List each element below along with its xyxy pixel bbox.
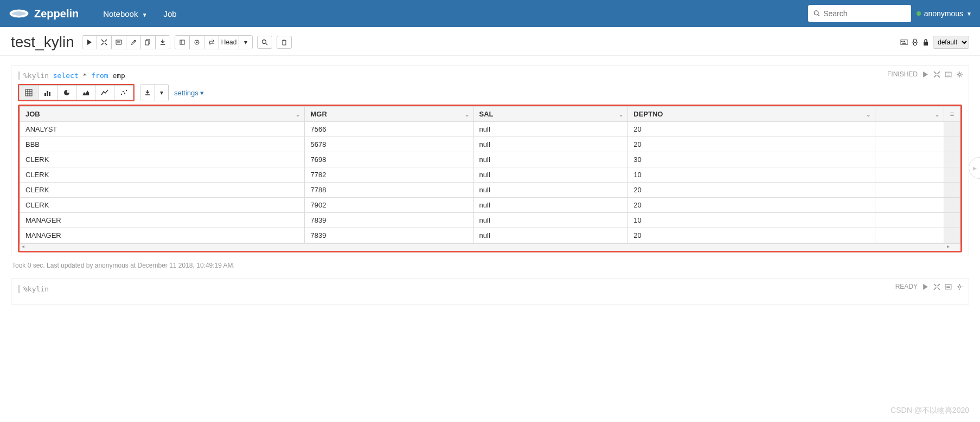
table-cell: null [473,152,628,167]
scroll-gutter[interactable] [944,213,960,228]
scroll-gutter[interactable] [944,167,960,183]
nav-notebook[interactable]: Notebook ▼ [95,9,155,18]
run-paragraph-icon[interactable] [922,283,929,290]
scroll-gutter[interactable] [944,152,960,167]
scroll-gutter[interactable] [944,137,960,152]
table-cell: MANAGER [20,228,305,243]
download-caret-button[interactable]: ▾ [155,85,168,101]
table-cell: null [473,167,628,183]
search-input[interactable] [823,9,906,18]
commit-button[interactable] [190,36,204,49]
hide-editor-icon[interactable] [933,283,940,290]
mode-select[interactable]: default [933,36,969,49]
hide-output-button[interactable] [112,36,126,49]
svg-line-3 [818,15,819,16]
note-toolbar: test_kylin Head ▾ default [0,27,980,56]
version-button[interactable] [175,36,190,49]
compare-button[interactable] [204,36,219,49]
result-table-wrap: JOB⌄MGR⌄SAL⌄DEPTNO⌄⌄≡ ANALYST7566null20B… [18,105,962,252]
column-header[interactable]: MGR⌄ [305,107,473,122]
svg-point-27 [126,90,127,91]
paragraph-settings-icon[interactable] [956,283,963,290]
table-cell: 7902 [305,198,473,213]
column-header[interactable]: JOB⌄ [20,107,305,122]
paragraph-settings-icon[interactable] [956,71,963,78]
run-all-button[interactable] [82,36,97,49]
paragraph-2-code[interactable]: %kylin [18,285,962,293]
table-cell: null [473,213,628,228]
search-code-button[interactable] [257,36,272,49]
table-cell: null [473,228,628,243]
hide-editor-icon[interactable] [933,71,940,78]
table-cell [875,167,944,183]
brand-logo[interactable]: Zeppelin [8,7,79,20]
horizontal-scrollbar[interactable] [20,243,960,251]
user-menu[interactable]: anonymous ▼ [917,9,972,18]
note-action-group-2: Head ▾ [175,35,253,49]
table-cell: null [473,183,628,198]
scroll-gutter[interactable] [944,198,960,213]
table-cell: CLERK [20,198,305,213]
svg-rect-6 [180,40,184,44]
search-box[interactable] [808,5,911,22]
paragraph-2-status-bar: READY [895,283,963,290]
table-cell: 5678 [305,137,473,152]
trash-button[interactable] [277,36,292,49]
paragraph-1-status-bar: FINISHED [887,70,963,78]
download-button[interactable] [140,85,155,101]
table-cell: ANALYST [20,122,305,137]
side-expand-tab[interactable]: ▸ [969,157,980,179]
interpreter-binding-icon[interactable] [911,38,919,46]
table-row: CLERK7782null10 [20,167,960,183]
svg-point-18 [958,73,960,75]
export-note-button[interactable] [156,36,170,49]
viz-bar-button[interactable] [39,85,57,100]
scroll-gutter[interactable] [944,122,960,137]
table-cell: 20 [628,122,875,137]
paragraph-1: FINISHED %kylin select * from emp ▾ sett… [11,66,969,256]
paragraph-1-status: FINISHED [887,70,918,78]
hide-result-icon[interactable] [945,71,952,78]
settings-link[interactable]: settings ▾ [174,89,204,97]
scroll-gutter[interactable] [944,228,960,243]
result-table: JOB⌄MGR⌄SAL⌄DEPTNO⌄⌄≡ ANALYST7566null20B… [20,106,960,243]
table-menu-button[interactable]: ≡ [944,107,960,122]
table-row: ANALYST7566null20 [20,122,960,137]
svg-rect-28 [945,284,951,289]
permissions-icon[interactable] [922,38,930,46]
hide-code-button[interactable] [97,36,112,49]
table-cell: 20 [628,198,875,213]
note-action-group-1 [82,35,170,49]
clone-note-button[interactable] [141,36,156,49]
viz-line-button[interactable] [95,85,114,100]
run-paragraph-icon[interactable] [922,71,929,78]
svg-rect-15 [902,43,906,44]
paragraph-1-code[interactable]: %kylin select * from emp [18,72,962,80]
hide-result-icon[interactable] [945,283,952,290]
column-header[interactable]: SAL⌄ [473,107,628,122]
table-cell [875,122,944,137]
keyboard-icon[interactable] [900,38,908,46]
clear-output-button[interactable] [126,36,141,49]
svg-rect-14 [904,41,905,42]
table-cell: 20 [628,137,875,152]
nav-job[interactable]: Job [156,9,185,18]
svg-point-8 [196,42,197,43]
viz-pie-button[interactable] [57,85,76,100]
column-header[interactable]: DEPTNO⌄ [628,107,875,122]
download-group: ▾ [140,84,169,101]
viz-scatter-button[interactable] [114,85,133,100]
viz-area-button[interactable] [76,85,95,100]
note-title[interactable]: test_kylin [11,34,74,51]
head-caret-button[interactable]: ▾ [239,36,252,49]
svg-rect-16 [924,42,928,46]
svg-point-24 [121,94,122,95]
table-cell: 7839 [305,213,473,228]
column-header[interactable]: ⌄ [875,107,944,122]
table-cell: CLERK [20,167,305,183]
viz-buttons [18,84,134,101]
svg-rect-5 [145,41,149,45]
scroll-gutter[interactable] [944,183,960,198]
viz-table-button[interactable] [19,85,39,100]
head-revision-select[interactable]: Head [219,36,240,49]
